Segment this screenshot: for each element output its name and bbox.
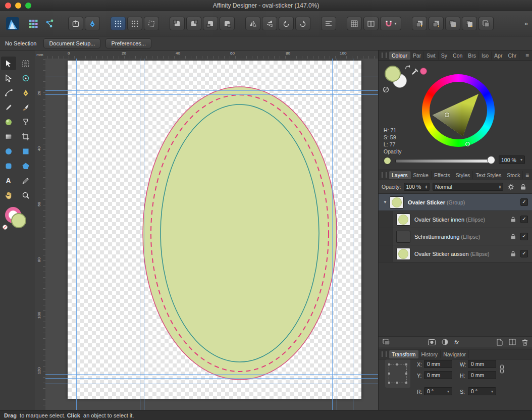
tab-effects[interactable]: Effects	[432, 171, 453, 179]
move-forward-button[interactable]	[429, 17, 444, 30]
ellipse-tool-button[interactable]	[1, 144, 16, 158]
opacity-slider-knob[interactable]	[487, 156, 495, 164]
visibility-checkbox[interactable]: ✓	[520, 233, 528, 240]
rounded-rectangle-tool-button[interactable]	[1, 159, 16, 173]
snap-grid-toggle-button[interactable]	[111, 17, 126, 30]
layer-thumbnail[interactable]	[396, 214, 410, 226]
toolbar-overflow-button[interactable]: »	[524, 20, 528, 27]
anchor-point-selector[interactable]	[385, 359, 410, 388]
horizontal-ruler[interactable]: 0 20 40 60 80 100	[45, 50, 378, 59]
blend-options-button[interactable]	[507, 183, 514, 190]
layer-thumbnail[interactable]	[396, 231, 410, 243]
pencil-tool-button[interactable]	[1, 100, 16, 114]
stepper-icon[interactable]: ▴▾	[425, 185, 427, 189]
text-tool-button[interactable]: A	[1, 174, 16, 187]
stepper-icon[interactable]: ▴▾	[499, 185, 501, 189]
insert-on-top-button[interactable]	[203, 17, 218, 30]
document-viewport[interactable]	[45, 59, 378, 410]
visibility-checkbox[interactable]: ✓	[520, 250, 528, 257]
adjustment-layer-button[interactable]	[442, 339, 448, 345]
rotation-dropdown[interactable]: 0 ° ▾	[424, 387, 452, 395]
snapping-caret-icon[interactable]: ▾	[394, 21, 396, 26]
share-button[interactable]	[42, 17, 58, 30]
eyedropper-button[interactable]	[411, 68, 419, 78]
transparency-tool-button[interactable]	[18, 115, 33, 129]
panel-menu-icon[interactable]: ≡	[524, 172, 530, 179]
shear-dropdown[interactable]: 0 ° ▾	[468, 387, 496, 395]
colour-picker-tool-button[interactable]	[1, 115, 16, 129]
h-input[interactable]: 0 mm	[468, 371, 496, 379]
tab-brushes[interactable]: Brs	[465, 51, 479, 60]
y-input[interactable]: 0 mm	[424, 371, 452, 379]
blend-mode-dropdown[interactable]: Normal ▴▾	[433, 183, 503, 191]
panel-menu-icon[interactable]: ≡	[524, 52, 530, 59]
rotate-ccw-button[interactable]	[279, 17, 294, 30]
colour-wheel[interactable]	[422, 74, 495, 147]
move-to-front-button[interactable]	[412, 17, 427, 30]
move-to-back-button[interactable]	[462, 17, 477, 30]
tab-navigator[interactable]: Navigator	[441, 350, 469, 358]
tab-transform[interactable]: Transform	[389, 350, 418, 358]
guide-vertical[interactable]	[353, 59, 353, 410]
artboard-tool-button[interactable]	[18, 57, 33, 70]
lock-toggle[interactable]	[509, 251, 517, 256]
link-dimensions-toggle[interactable]	[500, 364, 504, 376]
opacity-value-dropdown[interactable]: 100 % ▾	[499, 155, 525, 164]
new-layer-button[interactable]	[497, 339, 503, 346]
tab-symbols[interactable]: Sy	[439, 51, 450, 60]
guide-horizontal[interactable]	[45, 384, 378, 384]
panel-grip-icon[interactable]	[382, 172, 387, 178]
rectangle-tool-button[interactable]	[18, 144, 33, 158]
shape-tool-button[interactable]	[18, 159, 33, 173]
tab-character[interactable]: Chr	[505, 51, 519, 60]
delete-layer-button[interactable]	[522, 339, 528, 346]
layers-opacity-dropdown[interactable]: 100 % ▴▾	[404, 183, 430, 191]
tab-layers[interactable]: Layers	[389, 171, 411, 179]
vector-persona-button[interactable]	[85, 17, 100, 30]
document-page[interactable]	[68, 61, 361, 399]
rotate-cw-button[interactable]	[295, 17, 310, 30]
alignment-button[interactable]	[321, 17, 336, 30]
transform-origin-toggle-button[interactable]	[144, 17, 159, 30]
guide-horizontal[interactable]	[45, 94, 378, 95]
crop-tool-button[interactable]	[18, 130, 33, 143]
layer-row-group[interactable]: ▼ Ovaler Sticker (Group) ✓	[379, 194, 532, 211]
no-fill-icon[interactable]	[2, 223, 8, 232]
vector-pen-tool-button[interactable]	[18, 86, 33, 99]
layer-thumbnail[interactable]	[396, 248, 410, 260]
lock-toggle[interactable]	[509, 234, 517, 239]
stock-grid-button[interactable]	[26, 17, 41, 30]
flip-horizontal-button[interactable]	[245, 17, 260, 30]
guide-vertical[interactable]	[332, 59, 333, 410]
app-logo-button[interactable]	[5, 17, 20, 30]
tab-colour[interactable]: Colour	[389, 51, 410, 60]
layer-row[interactable]: Schnittumrandung (Ellipse) ✓	[379, 228, 532, 245]
layer-stack-button[interactable]	[383, 339, 390, 345]
guide-horizontal[interactable]	[45, 77, 378, 77]
zoom-tool-button[interactable]	[18, 188, 33, 202]
insert-behind-button[interactable]	[170, 17, 185, 30]
layers-empty-area[interactable]	[379, 262, 532, 336]
tab-styles[interactable]: Styles	[453, 171, 473, 179]
lock-toggle[interactable]	[509, 217, 517, 222]
tab-constraints[interactable]: Con	[450, 51, 465, 60]
tab-history[interactable]: History	[418, 350, 441, 358]
hue-ring-marker-icon[interactable]	[465, 142, 470, 146]
layer-thumbnail[interactable]	[390, 196, 404, 208]
pixel-persona-button[interactable]	[68, 17, 83, 30]
panel-grip-icon[interactable]	[382, 52, 387, 58]
new-group-button[interactable]	[509, 339, 516, 345]
recent-colour-swatch[interactable]	[420, 68, 427, 75]
flip-vertical-button[interactable]	[262, 17, 277, 30]
fill-swatch[interactable]	[11, 213, 26, 228]
panel-grip-icon[interactable]	[382, 351, 387, 357]
disclosure-triangle-icon[interactable]: ▼	[381, 200, 390, 204]
tab-text-styles[interactable]: Text Styles	[473, 171, 504, 179]
split-view-button[interactable]	[363, 17, 379, 30]
visibility-checkbox[interactable]: ✓	[520, 198, 528, 206]
no-fill-button[interactable]	[383, 86, 389, 95]
show-grid-button[interactable]	[347, 17, 362, 30]
guide-vertical[interactable]	[144, 59, 144, 410]
triangle-marker-icon[interactable]	[445, 113, 449, 117]
tab-isometric[interactable]: Iso	[479, 51, 492, 60]
